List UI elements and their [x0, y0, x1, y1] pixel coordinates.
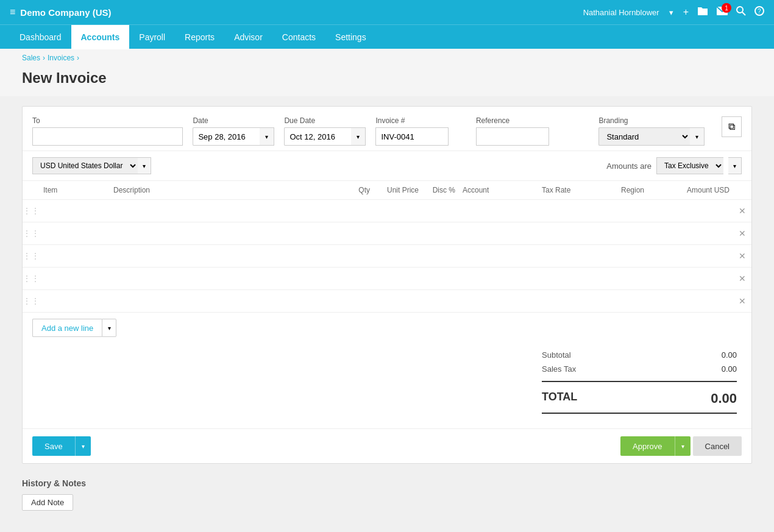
- drag-handle[interactable]: ⋮⋮: [23, 200, 40, 222]
- input-amount[interactable]: [672, 245, 733, 267]
- nav-accounts[interactable]: Accounts: [71, 25, 130, 49]
- input-disc[interactable]: [422, 200, 459, 222]
- copy-button[interactable]: ⧉: [722, 116, 742, 137]
- currency-select[interactable]: USD United States Dollar: [32, 157, 138, 174]
- add-note-button[interactable]: Add Note: [22, 494, 73, 511]
- input-region[interactable]: [617, 290, 672, 312]
- date-dropdown-btn[interactable]: ▾: [260, 127, 274, 146]
- input-qty[interactable]: [337, 268, 374, 289]
- input-price[interactable]: [374, 200, 422, 222]
- input-desc[interactable]: [110, 290, 337, 312]
- cell-tax: [538, 290, 617, 313]
- due-date-input[interactable]: [284, 127, 351, 146]
- input-amount[interactable]: [672, 290, 733, 312]
- cancel-button[interactable]: Cancel: [693, 436, 742, 456]
- delete-row-btn[interactable]: ✕: [733, 268, 751, 290]
- form-header: To Date ▾ Due Date ▾ Invoice #: [23, 107, 751, 151]
- input-qty[interactable]: [337, 245, 374, 267]
- approve-button[interactable]: Approve: [620, 436, 674, 456]
- delete-row-btn[interactable]: ✕: [733, 200, 751, 222]
- input-price[interactable]: [374, 268, 422, 289]
- cell-desc: [110, 290, 337, 313]
- input-item[interactable]: [40, 268, 110, 289]
- input-qty[interactable]: [337, 222, 374, 244]
- input-account[interactable]: [459, 290, 538, 312]
- input-amount[interactable]: [672, 200, 733, 222]
- cell-amount: [672, 200, 733, 222]
- main-nav: Dashboard Accounts Payroll Reports Advis…: [0, 24, 774, 49]
- input-account[interactable]: [459, 245, 538, 267]
- input-item[interactable]: [40, 290, 110, 312]
- input-desc[interactable]: [110, 268, 337, 289]
- help-icon[interactable]: ?: [754, 6, 764, 18]
- input-account[interactable]: [459, 222, 538, 244]
- to-input[interactable]: [32, 127, 183, 146]
- input-disc[interactable]: [422, 268, 459, 289]
- approve-dropdown-btn[interactable]: ▾: [675, 436, 691, 456]
- reference-input[interactable]: [476, 127, 549, 146]
- input-region[interactable]: [617, 222, 672, 244]
- save-dropdown-btn[interactable]: ▾: [75, 436, 91, 456]
- input-tax[interactable]: [538, 245, 617, 267]
- input-tax[interactable]: [538, 200, 617, 222]
- menu-icon[interactable]: ≡: [10, 7, 15, 18]
- input-tax[interactable]: [538, 290, 617, 312]
- input-desc[interactable]: [110, 245, 337, 267]
- input-price[interactable]: [374, 245, 422, 267]
- input-disc[interactable]: [422, 222, 459, 244]
- branding-dropdown-btn[interactable]: ▾: [690, 127, 705, 146]
- nav-payroll[interactable]: Payroll: [129, 25, 175, 49]
- add-line-dropdown-btn[interactable]: ▾: [102, 319, 116, 337]
- delete-row-btn[interactable]: ✕: [733, 222, 751, 245]
- input-desc[interactable]: [110, 222, 337, 244]
- input-tax[interactable]: [538, 222, 617, 244]
- input-qty[interactable]: [337, 290, 374, 312]
- mail-icon[interactable]: 1: [717, 7, 728, 18]
- folder-icon[interactable]: [697, 6, 708, 18]
- input-amount[interactable]: [672, 222, 733, 244]
- input-region[interactable]: [617, 268, 672, 289]
- input-item[interactable]: [40, 200, 110, 222]
- amounts-are-select[interactable]: Tax Exclusive Tax Inclusive No Tax: [656, 157, 723, 174]
- input-disc[interactable]: [422, 245, 459, 267]
- amounts-are-dropdown-btn[interactable]: ▾: [728, 157, 742, 174]
- nav-advisor[interactable]: Advisor: [224, 25, 272, 49]
- input-price[interactable]: [374, 290, 422, 312]
- nav-reports[interactable]: Reports: [175, 25, 224, 49]
- add-icon[interactable]: +: [683, 7, 689, 18]
- breadcrumb-sales[interactable]: Sales: [22, 54, 40, 62]
- save-button[interactable]: Save: [32, 436, 75, 456]
- date-input[interactable]: [193, 127, 260, 146]
- invoice-input[interactable]: [375, 127, 449, 146]
- input-region[interactable]: [617, 245, 672, 267]
- input-amount[interactable]: [672, 268, 733, 289]
- currency-dropdown-btn[interactable]: ▾: [138, 157, 151, 174]
- nav-settings[interactable]: Settings: [325, 25, 376, 49]
- input-qty[interactable]: [337, 200, 374, 222]
- input-region[interactable]: [617, 200, 672, 222]
- input-tax[interactable]: [538, 268, 617, 289]
- nav-dashboard[interactable]: Dashboard: [10, 25, 71, 49]
- breadcrumb-invoices[interactable]: Invoices: [48, 54, 74, 62]
- search-icon[interactable]: [736, 6, 746, 18]
- input-account[interactable]: [459, 200, 538, 222]
- delete-row-btn[interactable]: ✕: [733, 245, 751, 268]
- due-date-dropdown-btn[interactable]: ▾: [351, 127, 366, 146]
- delete-row-btn[interactable]: ✕: [733, 290, 751, 313]
- input-price[interactable]: [374, 222, 422, 244]
- drag-handle[interactable]: ⋮⋮: [23, 222, 40, 245]
- drag-handle[interactable]: ⋮⋮: [23, 245, 40, 268]
- user-dropdown-icon[interactable]: ▾: [669, 8, 673, 17]
- input-item[interactable]: [40, 222, 110, 244]
- top-bar: ≡ Demo Company (US) Nathanial Hornblower…: [0, 0, 774, 24]
- cell-tax: [538, 222, 617, 245]
- drag-handle[interactable]: ⋮⋮: [23, 268, 40, 290]
- input-account[interactable]: [459, 268, 538, 289]
- nav-contacts[interactable]: Contacts: [272, 25, 325, 49]
- branding-select[interactable]: Standard: [598, 127, 690, 146]
- input-desc[interactable]: [110, 200, 337, 222]
- drag-handle[interactable]: ⋮⋮: [23, 290, 40, 313]
- add-line-button[interactable]: Add a new line: [32, 319, 102, 337]
- input-disc[interactable]: [422, 290, 459, 312]
- input-item[interactable]: [40, 245, 110, 267]
